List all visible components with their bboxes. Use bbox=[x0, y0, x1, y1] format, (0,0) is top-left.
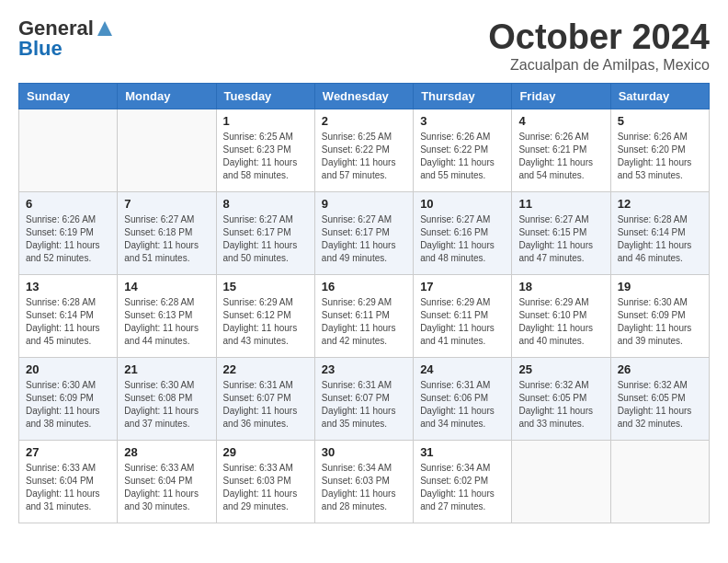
calendar-cell: 23Sunrise: 6:31 AM Sunset: 6:07 PM Dayli… bbox=[314, 357, 413, 440]
day-number: 5 bbox=[618, 114, 702, 128]
day-number: 3 bbox=[420, 114, 505, 128]
day-number: 14 bbox=[124, 280, 209, 293]
day-info: Sunrise: 6:30 AM Sunset: 6:08 PM Dayligh… bbox=[124, 379, 209, 431]
day-info: Sunrise: 6:32 AM Sunset: 6:05 PM Dayligh… bbox=[518, 379, 603, 431]
day-number: 2 bbox=[322, 114, 406, 128]
calendar-cell bbox=[118, 109, 216, 191]
day-number: 11 bbox=[518, 197, 603, 211]
calendar-cell: 11Sunrise: 6:27 AM Sunset: 6:15 PM Dayli… bbox=[512, 191, 610, 274]
day-header-sunday: Sunday bbox=[19, 83, 118, 109]
month-title: October 2024 bbox=[488, 18, 710, 57]
day-header-friday: Friday bbox=[512, 83, 610, 109]
day-info: Sunrise: 6:34 AM Sunset: 6:02 PM Dayligh… bbox=[420, 462, 505, 513]
day-number: 13 bbox=[26, 280, 110, 293]
calendar-cell: 21Sunrise: 6:30 AM Sunset: 6:08 PM Dayli… bbox=[118, 357, 216, 440]
calendar-cell bbox=[19, 109, 118, 191]
day-info: Sunrise: 6:29 AM Sunset: 6:11 PM Dayligh… bbox=[420, 296, 505, 348]
week-row-1: 1Sunrise: 6:25 AM Sunset: 6:23 PM Daylig… bbox=[19, 109, 710, 191]
day-info: Sunrise: 6:29 AM Sunset: 6:12 PM Dayligh… bbox=[223, 296, 308, 348]
day-info: Sunrise: 6:31 AM Sunset: 6:06 PM Dayligh… bbox=[420, 379, 505, 431]
day-info: Sunrise: 6:33 AM Sunset: 6:04 PM Dayligh… bbox=[26, 462, 110, 513]
day-info: Sunrise: 6:26 AM Sunset: 6:20 PM Dayligh… bbox=[618, 131, 702, 182]
calendar-cell: 19Sunrise: 6:30 AM Sunset: 6:09 PM Dayli… bbox=[610, 274, 709, 357]
day-number: 4 bbox=[518, 114, 603, 128]
day-info: Sunrise: 6:31 AM Sunset: 6:07 PM Dayligh… bbox=[223, 379, 308, 431]
calendar-cell bbox=[512, 440, 610, 523]
day-info: Sunrise: 6:33 AM Sunset: 6:03 PM Dayligh… bbox=[223, 462, 308, 513]
calendar-cell: 20Sunrise: 6:30 AM Sunset: 6:09 PM Dayli… bbox=[19, 357, 118, 440]
calendar-cell: 10Sunrise: 6:27 AM Sunset: 6:16 PM Dayli… bbox=[414, 191, 512, 274]
title-block: October 2024 Zacualpan de Amilpas, Mexic… bbox=[488, 18, 710, 74]
day-info: Sunrise: 6:26 AM Sunset: 6:22 PM Dayligh… bbox=[420, 131, 505, 182]
calendar-cell: 29Sunrise: 6:33 AM Sunset: 6:03 PM Dayli… bbox=[216, 440, 314, 523]
calendar-cell: 9Sunrise: 6:27 AM Sunset: 6:17 PM Daylig… bbox=[314, 191, 413, 274]
day-info: Sunrise: 6:26 AM Sunset: 6:19 PM Dayligh… bbox=[26, 213, 110, 265]
calendar-cell: 5Sunrise: 6:26 AM Sunset: 6:20 PM Daylig… bbox=[610, 109, 709, 191]
day-info: Sunrise: 6:28 AM Sunset: 6:14 PM Dayligh… bbox=[618, 213, 702, 265]
day-info: Sunrise: 6:30 AM Sunset: 6:09 PM Dayligh… bbox=[618, 296, 702, 348]
calendar-cell: 12Sunrise: 6:28 AM Sunset: 6:14 PM Dayli… bbox=[610, 191, 709, 274]
day-number: 12 bbox=[618, 197, 702, 211]
day-header-monday: Monday bbox=[118, 83, 216, 109]
day-info: Sunrise: 6:28 AM Sunset: 6:14 PM Dayligh… bbox=[26, 296, 110, 348]
svg-marker-0 bbox=[97, 21, 112, 36]
day-number: 25 bbox=[518, 362, 603, 376]
day-number: 22 bbox=[223, 362, 308, 376]
day-number: 21 bbox=[124, 362, 209, 376]
day-header-saturday: Saturday bbox=[610, 83, 709, 109]
day-header-thursday: Thursday bbox=[414, 83, 512, 109]
week-row-3: 13Sunrise: 6:28 AM Sunset: 6:14 PM Dayli… bbox=[19, 274, 710, 357]
day-number: 16 bbox=[322, 280, 406, 293]
day-number: 10 bbox=[420, 197, 505, 211]
day-number: 27 bbox=[26, 445, 110, 459]
day-info: Sunrise: 6:27 AM Sunset: 6:18 PM Dayligh… bbox=[124, 213, 209, 265]
week-row-5: 27Sunrise: 6:33 AM Sunset: 6:04 PM Dayli… bbox=[19, 440, 710, 523]
calendar-cell: 24Sunrise: 6:31 AM Sunset: 6:06 PM Dayli… bbox=[414, 357, 512, 440]
week-row-4: 20Sunrise: 6:30 AM Sunset: 6:09 PM Dayli… bbox=[19, 357, 710, 440]
day-number: 7 bbox=[124, 197, 209, 211]
day-info: Sunrise: 6:27 AM Sunset: 6:15 PM Dayligh… bbox=[518, 213, 603, 265]
week-row-2: 6Sunrise: 6:26 AM Sunset: 6:19 PM Daylig… bbox=[19, 191, 710, 274]
day-info: Sunrise: 6:27 AM Sunset: 6:17 PM Dayligh… bbox=[322, 213, 406, 265]
day-info: Sunrise: 6:25 AM Sunset: 6:23 PM Dayligh… bbox=[223, 131, 308, 182]
day-number: 20 bbox=[26, 362, 110, 376]
calendar-cell: 6Sunrise: 6:26 AM Sunset: 6:19 PM Daylig… bbox=[19, 191, 118, 274]
location-title: Zacualpan de Amilpas, Mexico bbox=[488, 57, 710, 74]
calendar-cell: 1Sunrise: 6:25 AM Sunset: 6:23 PM Daylig… bbox=[216, 109, 314, 191]
logo-icon bbox=[96, 19, 114, 38]
calendar-cell: 27Sunrise: 6:33 AM Sunset: 6:04 PM Dayli… bbox=[19, 440, 118, 523]
day-number: 28 bbox=[124, 445, 209, 459]
calendar-header-row: SundayMondayTuesdayWednesdayThursdayFrid… bbox=[19, 83, 710, 109]
day-number: 29 bbox=[223, 445, 308, 459]
calendar-cell: 13Sunrise: 6:28 AM Sunset: 6:14 PM Dayli… bbox=[19, 274, 118, 357]
day-info: Sunrise: 6:32 AM Sunset: 6:05 PM Dayligh… bbox=[618, 379, 702, 431]
logo-blue-text: Blue bbox=[18, 39, 63, 59]
calendar-cell: 16Sunrise: 6:29 AM Sunset: 6:11 PM Dayli… bbox=[314, 274, 413, 357]
calendar-cell: 18Sunrise: 6:29 AM Sunset: 6:10 PM Dayli… bbox=[512, 274, 610, 357]
day-number: 1 bbox=[223, 114, 308, 128]
day-number: 23 bbox=[322, 362, 406, 376]
day-info: Sunrise: 6:33 AM Sunset: 6:04 PM Dayligh… bbox=[124, 462, 209, 513]
day-number: 26 bbox=[618, 362, 702, 376]
calendar-cell: 22Sunrise: 6:31 AM Sunset: 6:07 PM Dayli… bbox=[216, 357, 314, 440]
calendar-cell: 15Sunrise: 6:29 AM Sunset: 6:12 PM Dayli… bbox=[216, 274, 314, 357]
day-number: 30 bbox=[322, 445, 406, 459]
logo: General Blue bbox=[18, 18, 114, 59]
day-number: 8 bbox=[223, 197, 308, 211]
calendar-cell: 25Sunrise: 6:32 AM Sunset: 6:05 PM Dayli… bbox=[512, 357, 610, 440]
day-info: Sunrise: 6:34 AM Sunset: 6:03 PM Dayligh… bbox=[322, 462, 406, 513]
calendar-cell: 17Sunrise: 6:29 AM Sunset: 6:11 PM Dayli… bbox=[414, 274, 512, 357]
page-header: General Blue October 2024 Zacualpan de A… bbox=[18, 18, 710, 74]
calendar-cell: 7Sunrise: 6:27 AM Sunset: 6:18 PM Daylig… bbox=[118, 191, 216, 274]
day-info: Sunrise: 6:29 AM Sunset: 6:11 PM Dayligh… bbox=[322, 296, 406, 348]
day-header-tuesday: Tuesday bbox=[216, 83, 314, 109]
day-number: 6 bbox=[26, 197, 110, 211]
day-header-wednesday: Wednesday bbox=[314, 83, 413, 109]
calendar-cell: 3Sunrise: 6:26 AM Sunset: 6:22 PM Daylig… bbox=[414, 109, 512, 191]
calendar-cell: 26Sunrise: 6:32 AM Sunset: 6:05 PM Dayli… bbox=[610, 357, 709, 440]
calendar-cell: 8Sunrise: 6:27 AM Sunset: 6:17 PM Daylig… bbox=[216, 191, 314, 274]
day-info: Sunrise: 6:28 AM Sunset: 6:13 PM Dayligh… bbox=[124, 296, 209, 348]
day-number: 24 bbox=[420, 362, 505, 376]
day-number: 9 bbox=[322, 197, 406, 211]
calendar-cell: 28Sunrise: 6:33 AM Sunset: 6:04 PM Dayli… bbox=[118, 440, 216, 523]
